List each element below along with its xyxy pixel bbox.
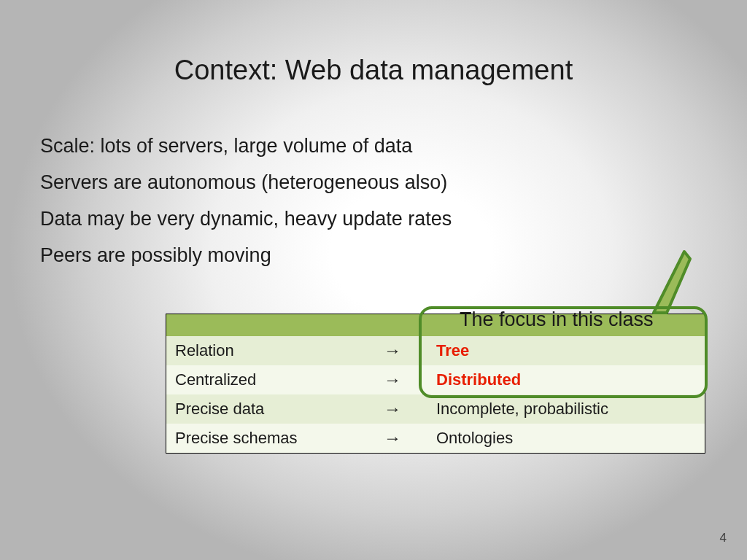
cell-arrow: → [357, 341, 427, 361]
cell-arrow: → [357, 399, 427, 419]
slide-title: Context: Web data management [0, 55, 747, 86]
comparison-table: Relation → Tree Centralized → Distribute… [166, 314, 705, 454]
table-row: Precise schemas → Ontologies [166, 424, 705, 453]
page-number: 4 [720, 531, 727, 545]
callout-label: The focus in this class [460, 308, 654, 331]
table-row: Precise data → Incomplete, probabilistic [166, 394, 705, 424]
cell-from: Precise schemas [166, 429, 357, 448]
bullet-item: Servers are autonomous (heterogeneous al… [40, 171, 707, 194]
bullet-item: Data may be very dynamic, heavy update r… [40, 208, 707, 230]
cell-arrow: → [357, 370, 427, 390]
table-row: Relation → Tree [166, 336, 705, 365]
cell-from: Precise data [166, 400, 357, 419]
table-row: Centralized → Distributed [166, 365, 705, 394]
cell-to: Incomplete, probabilistic [427, 400, 705, 419]
cell-to: Distributed [427, 370, 705, 389]
cell-from: Centralized [166, 370, 357, 389]
cell-to: Ontologies [427, 429, 705, 448]
bullet-item: Peers are possibly moving [40, 244, 707, 267]
cell-from: Relation [166, 341, 357, 360]
cell-arrow: → [357, 428, 427, 448]
cell-to: Tree [427, 341, 705, 360]
bullet-list: Scale: lots of servers, large volume of … [40, 135, 707, 281]
bullet-item: Scale: lots of servers, large volume of … [40, 135, 707, 158]
